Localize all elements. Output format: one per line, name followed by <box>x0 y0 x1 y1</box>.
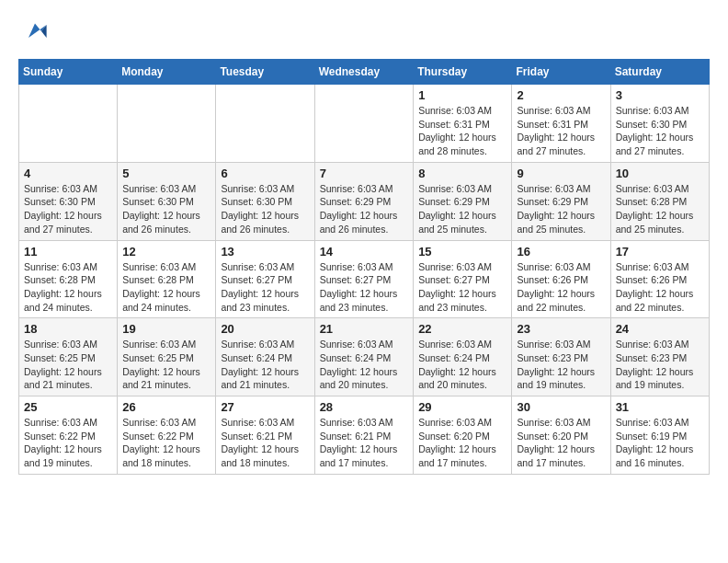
day-info: Sunrise: 6:03 AM Sunset: 6:19 PM Dayligh… <box>616 416 704 470</box>
day-number: 6 <box>221 167 309 180</box>
calendar-cell: 14Sunrise: 6:03 AM Sunset: 6:27 PM Dayli… <box>314 240 414 318</box>
calendar-cell: 29Sunrise: 6:03 AM Sunset: 6:20 PM Dayli… <box>414 396 512 475</box>
day-number: 22 <box>418 322 506 336</box>
day-info: Sunrise: 6:03 AM Sunset: 6:24 PM Dayligh… <box>320 338 409 392</box>
day-number: 12 <box>122 245 210 259</box>
day-number: 31 <box>616 400 704 414</box>
calendar-week-row: 1Sunrise: 6:03 AM Sunset: 6:31 PM Daylig… <box>19 85 710 163</box>
day-number: 25 <box>24 400 112 414</box>
day-info: Sunrise: 6:03 AM Sunset: 6:26 PM Dayligh… <box>616 260 704 315</box>
calendar-cell: 15Sunrise: 6:03 AM Sunset: 6:27 PM Dayli… <box>414 240 512 318</box>
day-info: Sunrise: 6:03 AM Sunset: 6:27 PM Dayligh… <box>320 260 409 315</box>
calendar-cell: 10Sunrise: 6:03 AM Sunset: 6:28 PM Dayli… <box>610 162 709 240</box>
day-number: 13 <box>221 245 309 259</box>
calendar-cell <box>118 85 216 163</box>
day-info: Sunrise: 6:03 AM Sunset: 6:30 PM Dayligh… <box>221 182 309 236</box>
logo <box>18 18 48 44</box>
calendar-week-row: 18Sunrise: 6:03 AM Sunset: 6:25 PM Dayli… <box>19 318 710 396</box>
calendar-cell: 6Sunrise: 6:03 AM Sunset: 6:30 PM Daylig… <box>216 162 314 240</box>
calendar-cell: 3Sunrise: 6:03 AM Sunset: 6:30 PM Daylig… <box>610 85 709 163</box>
day-number: 20 <box>221 322 309 336</box>
day-number: 14 <box>320 245 409 259</box>
calendar-cell: 2Sunrise: 6:03 AM Sunset: 6:31 PM Daylig… <box>512 85 610 163</box>
calendar-cell: 28Sunrise: 6:03 AM Sunset: 6:21 PM Dayli… <box>314 396 414 475</box>
day-info: Sunrise: 6:03 AM Sunset: 6:23 PM Dayligh… <box>517 338 605 392</box>
day-number: 9 <box>517 167 605 180</box>
calendar-week-row: 11Sunrise: 6:03 AM Sunset: 6:28 PM Dayli… <box>19 240 710 318</box>
day-number: 3 <box>616 88 704 102</box>
day-number: 15 <box>418 245 506 259</box>
calendar-cell <box>314 85 414 163</box>
calendar-cell: 21Sunrise: 6:03 AM Sunset: 6:24 PM Dayli… <box>314 318 414 396</box>
calendar-cell: 17Sunrise: 6:03 AM Sunset: 6:26 PM Dayli… <box>610 240 709 318</box>
calendar-cell <box>216 85 314 163</box>
calendar-cell: 11Sunrise: 6:03 AM Sunset: 6:28 PM Dayli… <box>19 240 118 318</box>
day-header-sunday: Sunday <box>19 60 118 85</box>
day-info: Sunrise: 6:03 AM Sunset: 6:28 PM Dayligh… <box>616 182 704 236</box>
day-number: 7 <box>320 167 409 180</box>
day-info: Sunrise: 6:03 AM Sunset: 6:28 PM Dayligh… <box>122 260 210 315</box>
day-info: Sunrise: 6:03 AM Sunset: 6:25 PM Dayligh… <box>24 338 112 392</box>
day-info: Sunrise: 6:03 AM Sunset: 6:22 PM Dayligh… <box>24 416 112 470</box>
calendar-cell: 31Sunrise: 6:03 AM Sunset: 6:19 PM Dayli… <box>610 396 709 475</box>
day-info: Sunrise: 6:03 AM Sunset: 6:29 PM Dayligh… <box>517 182 605 236</box>
day-number: 21 <box>320 322 409 336</box>
day-number: 18 <box>24 322 112 336</box>
day-number: 30 <box>517 400 605 414</box>
day-info: Sunrise: 6:03 AM Sunset: 6:23 PM Dayligh… <box>616 338 704 392</box>
calendar-cell: 4Sunrise: 6:03 AM Sunset: 6:30 PM Daylig… <box>19 162 118 240</box>
day-number: 29 <box>418 400 506 414</box>
day-info: Sunrise: 6:03 AM Sunset: 6:21 PM Dayligh… <box>221 416 309 470</box>
day-header-saturday: Saturday <box>610 60 709 85</box>
day-info: Sunrise: 6:03 AM Sunset: 6:24 PM Dayligh… <box>221 338 309 392</box>
calendar-cell: 25Sunrise: 6:03 AM Sunset: 6:22 PM Dayli… <box>19 396 118 475</box>
calendar-cell: 9Sunrise: 6:03 AM Sunset: 6:29 PM Daylig… <box>512 162 610 240</box>
day-number: 23 <box>517 322 605 336</box>
day-number: 8 <box>418 167 506 180</box>
day-number: 26 <box>122 400 210 414</box>
day-info: Sunrise: 6:03 AM Sunset: 6:31 PM Dayligh… <box>517 104 605 158</box>
calendar-cell: 30Sunrise: 6:03 AM Sunset: 6:20 PM Dayli… <box>512 396 610 475</box>
calendar-cell: 12Sunrise: 6:03 AM Sunset: 6:28 PM Dayli… <box>118 240 216 318</box>
calendar-cell: 16Sunrise: 6:03 AM Sunset: 6:26 PM Dayli… <box>512 240 610 318</box>
day-number: 4 <box>24 167 112 180</box>
day-info: Sunrise: 6:03 AM Sunset: 6:29 PM Dayligh… <box>320 182 409 236</box>
page-header <box>18 18 710 44</box>
day-number: 28 <box>320 400 409 414</box>
day-info: Sunrise: 6:03 AM Sunset: 6:31 PM Dayligh… <box>418 104 506 158</box>
day-header-wednesday: Wednesday <box>314 60 414 85</box>
day-number: 16 <box>517 245 605 259</box>
day-info: Sunrise: 6:03 AM Sunset: 6:27 PM Dayligh… <box>221 260 309 315</box>
day-info: Sunrise: 6:03 AM Sunset: 6:30 PM Dayligh… <box>24 182 112 236</box>
day-number: 5 <box>122 167 210 180</box>
day-number: 27 <box>221 400 309 414</box>
calendar-cell: 20Sunrise: 6:03 AM Sunset: 6:24 PM Dayli… <box>216 318 314 396</box>
calendar-cell: 23Sunrise: 6:03 AM Sunset: 6:23 PM Dayli… <box>512 318 610 396</box>
day-number: 11 <box>24 245 112 259</box>
calendar-week-row: 25Sunrise: 6:03 AM Sunset: 6:22 PM Dayli… <box>19 396 710 475</box>
day-info: Sunrise: 6:03 AM Sunset: 6:27 PM Dayligh… <box>418 260 506 315</box>
calendar-cell: 8Sunrise: 6:03 AM Sunset: 6:29 PM Daylig… <box>414 162 512 240</box>
day-number: 17 <box>616 245 704 259</box>
calendar-cell <box>19 85 118 163</box>
calendar-cell: 5Sunrise: 6:03 AM Sunset: 6:30 PM Daylig… <box>118 162 216 240</box>
calendar-header-row: SundayMondayTuesdayWednesdayThursdayFrid… <box>19 60 710 85</box>
day-header-friday: Friday <box>512 60 610 85</box>
day-info: Sunrise: 6:03 AM Sunset: 6:20 PM Dayligh… <box>517 416 605 470</box>
calendar-cell: 24Sunrise: 6:03 AM Sunset: 6:23 PM Dayli… <box>610 318 709 396</box>
calendar-cell: 26Sunrise: 6:03 AM Sunset: 6:22 PM Dayli… <box>118 396 216 475</box>
day-number: 24 <box>616 322 704 336</box>
day-header-monday: Monday <box>118 60 216 85</box>
day-number: 19 <box>122 322 210 336</box>
day-info: Sunrise: 6:03 AM Sunset: 6:29 PM Dayligh… <box>418 182 506 236</box>
day-info: Sunrise: 6:03 AM Sunset: 6:30 PM Dayligh… <box>616 104 704 158</box>
day-number: 10 <box>616 167 704 180</box>
day-number: 2 <box>517 88 605 102</box>
calendar-cell: 22Sunrise: 6:03 AM Sunset: 6:24 PM Dayli… <box>414 318 512 396</box>
calendar-cell: 1Sunrise: 6:03 AM Sunset: 6:31 PM Daylig… <box>414 85 512 163</box>
day-info: Sunrise: 6:03 AM Sunset: 6:21 PM Dayligh… <box>320 416 409 470</box>
calendar-cell: 13Sunrise: 6:03 AM Sunset: 6:27 PM Dayli… <box>216 240 314 318</box>
calendar-table: SundayMondayTuesdayWednesdayThursdayFrid… <box>18 59 710 475</box>
day-info: Sunrise: 6:03 AM Sunset: 6:20 PM Dayligh… <box>418 416 506 470</box>
logo-icon <box>22 18 48 44</box>
